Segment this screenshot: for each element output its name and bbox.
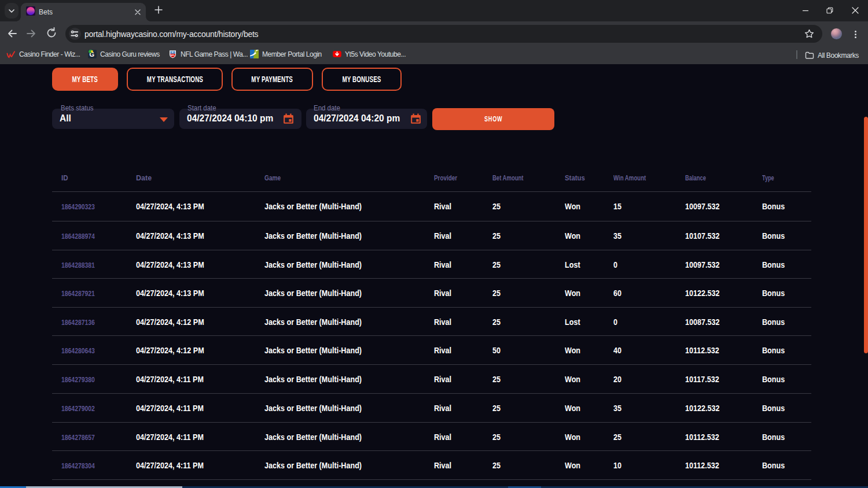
svg-text:NFL: NFL [171, 54, 175, 57]
